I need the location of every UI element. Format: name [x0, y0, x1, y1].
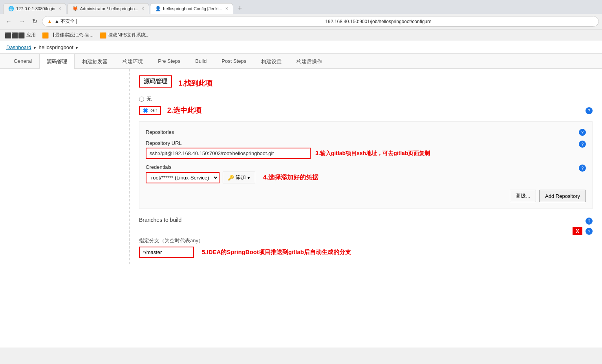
repo-url-block: Repository URL ? 3.输入gitlab项目ssh地址，可去git…	[146, 140, 586, 159]
git-help-icon[interactable]: ?	[586, 106, 593, 114]
annotation-step5: 5.IDEA的SpringBoot项目推送到gitlab后自动生成的分支	[202, 249, 351, 256]
repo-url-label: Repository URL	[146, 140, 182, 146]
help-icon-git[interactable]: ?	[586, 107, 593, 114]
action-buttons: 高级... Add Repository	[146, 190, 586, 202]
new-tab-button[interactable]: +	[234, 4, 246, 13]
security-warning-icon: ▲	[47, 18, 52, 24]
repo-url-input[interactable]	[146, 148, 311, 159]
tab-favicon-3: 👤	[155, 6, 161, 11]
annotation-step3: 3.输入gitlab项目ssh地址，可去gitlab页面复制	[315, 150, 430, 157]
tab-close-2[interactable]: ×	[141, 6, 144, 11]
breadcrumb-current: hellospringboot	[39, 44, 73, 50]
radio-git-row: Git 2.选中此项 ?	[139, 106, 593, 115]
remove-branch-button[interactable]: X	[573, 227, 582, 235]
annotation-step4: 4.选择添加好的凭据	[263, 174, 318, 182]
config-sidebar	[0, 69, 130, 264]
branch-specifier-help[interactable]: ?	[586, 227, 593, 235]
radio-git-label: Git	[150, 108, 157, 113]
radio-none-input[interactable]	[139, 97, 144, 102]
repositories-label: Repositories	[146, 129, 174, 135]
help-icon-branches[interactable]: ?	[586, 218, 593, 225]
credentials-select[interactable]: root/****** (Linux-Service)	[146, 172, 220, 183]
repo-url-help[interactable]: ?	[579, 140, 586, 148]
breadcrumb: Dashboard ▸ hellospringboot ▸	[6, 44, 79, 50]
annotation-step1: 1.找到此项	[178, 79, 212, 88]
back-button[interactable]: ←	[3, 17, 14, 26]
branches-header-row: Branches to build ?	[139, 217, 593, 225]
url-text: 192.168.40.150:9001/job/hellospringboot/…	[325, 19, 594, 24]
tab-presteps[interactable]: Pre Steps	[150, 54, 188, 69]
help-icon-creds[interactable]: ?	[579, 165, 586, 172]
jenkins-header: Dashboard ▸ hellospringboot ▸	[0, 41, 602, 54]
tab-build[interactable]: Build	[188, 54, 214, 69]
browser-nav: ← → ↻ ▲ ▲ 不安全 | 192.168.40.150:9001/job/…	[0, 14, 602, 29]
tab-triggers[interactable]: 构建触发器	[75, 54, 115, 69]
scm-title-row: 源码管理 1.找到此项	[139, 75, 593, 91]
config-tabs: General 源码管理 构建触发器 构建环境 Pre Steps Build …	[0, 54, 602, 69]
browser-tab-3[interactable]: 👤 hellospringboot Config [Jenki... ×	[150, 3, 233, 14]
radio-none-label: 无	[146, 95, 152, 102]
tab-title-1: 127.0.0.1:8080/login	[16, 6, 55, 11]
bookmark-2[interactable]: 🟧 挂载NFS文件系统...	[98, 31, 151, 39]
x-btn-row: X ?	[139, 227, 593, 235]
apps-icon: ⬛⬛⬛	[5, 32, 25, 38]
config-body: 源码管理 1.找到此项 无 Git 2.选中此项 ?	[0, 69, 602, 264]
credentials-row: root/****** (Linux-Service) 🔑 添加 ▾ 4.选择添…	[146, 172, 586, 183]
browser-chrome: 🌐 127.0.0.1:8080/login × 🦊 Administrator…	[0, 0, 602, 41]
add-credential-button[interactable]: 🔑 添加 ▾	[223, 172, 255, 183]
refresh-button[interactable]: ↻	[30, 17, 40, 26]
branches-help[interactable]: ?	[586, 217, 593, 225]
help-icon-branch-spec[interactable]: ?	[586, 228, 593, 235]
tab-settings[interactable]: 构建设置	[254, 54, 289, 69]
branches-section: Branches to build ? X ? 指定分支（为空时代表any） 5…	[139, 217, 593, 258]
url-prefix: ▲ 不安全 |	[55, 18, 323, 25]
radio-git-input[interactable]	[143, 108, 148, 113]
dashboard-link[interactable]: Dashboard	[6, 44, 31, 50]
browser-tab-2[interactable]: 🦊 Administrator / hellospringbo... ×	[67, 3, 150, 14]
advanced-button[interactable]: 高级...	[510, 190, 536, 202]
bookmark-2-label: 挂载NFS文件系统...	[108, 32, 150, 38]
dropdown-arrow-icon: ▾	[247, 175, 250, 181]
bookmark-apps[interactable]: ⬛⬛⬛ 应用	[3, 31, 37, 39]
repositories-section: Repositories ? Repository URL ?	[139, 121, 593, 209]
bookmark-1-label: 【最佳实践汇总-官...	[50, 32, 93, 38]
branch-input-row: 5.IDEA的SpringBoot项目推送到gitlab后自动生成的分支	[139, 247, 593, 258]
bookmark-1-icon: 🟧	[42, 32, 49, 38]
radio-group-scm: 无 Git 2.选中此项 ?	[139, 95, 593, 115]
credentials-help[interactable]: ?	[579, 164, 586, 172]
tab-scm[interactable]: 源码管理	[39, 54, 75, 69]
tab-favicon-1: 🌐	[8, 6, 14, 11]
help-icon-repos[interactable]: ?	[579, 129, 586, 136]
tab-close-3[interactable]: ×	[225, 6, 228, 11]
tab-env[interactable]: 构建环境	[115, 54, 150, 69]
tab-poststeps[interactable]: Post Steps	[214, 54, 254, 69]
add-btn-label: 添加	[236, 174, 246, 181]
scm-section-title: 源码管理	[139, 75, 172, 88]
add-repository-button[interactable]: Add Repository	[539, 190, 586, 202]
repos-header: Repositories ?	[146, 128, 586, 136]
branches-label: Branches to build	[139, 217, 181, 223]
repos-help-icon[interactable]: ?	[579, 128, 586, 136]
credentials-label-row: Credentials ?	[146, 164, 586, 172]
tab-general[interactable]: General	[6, 54, 39, 69]
key-icon: 🔑	[228, 175, 234, 181]
breadcrumb-sep1: ▸	[34, 44, 37, 50]
breadcrumb-sep2: ▸	[76, 44, 79, 50]
tab-postbuild[interactable]: 构建后操作	[289, 54, 329, 69]
browser-bookmarks: ⬛⬛⬛ 应用 🟧 【最佳实践汇总-官... 🟧 挂载NFS文件系统...	[0, 29, 602, 41]
bookmark-1[interactable]: 🟧 【最佳实践汇总-官...	[40, 31, 95, 39]
credentials-block: Credentials ? root/****** (Linux-Service…	[146, 164, 586, 183]
help-icon-url[interactable]: ?	[579, 141, 586, 148]
tab-close-1[interactable]: ×	[59, 6, 61, 11]
repo-url-label-row: Repository URL ?	[146, 140, 586, 148]
git-radio-box: Git	[139, 106, 161, 115]
page-content: Dashboard ▸ hellospringboot ▸ General 源码…	[0, 41, 602, 348]
branch-specifier-input[interactable]	[139, 247, 194, 258]
branch-specifier-label: 指定分支（为空时代表any）	[139, 237, 593, 244]
config-main: 源码管理 1.找到此项 无 Git 2.选中此项 ?	[130, 69, 602, 264]
forward-button[interactable]: →	[16, 17, 27, 26]
tab-title-2: Administrator / hellospringbo...	[80, 6, 139, 11]
address-bar[interactable]: ▲ ▲ 不安全 | 192.168.40.150:9001/job/hellos…	[42, 16, 599, 27]
radio-none[interactable]: 无	[139, 95, 593, 102]
browser-tab-1[interactable]: 🌐 127.0.0.1:8080/login ×	[3, 3, 66, 14]
